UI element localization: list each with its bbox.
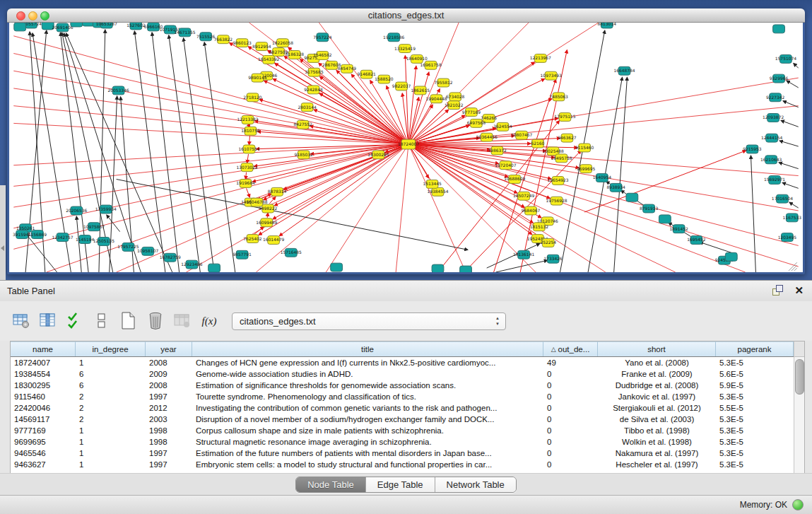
cell-short: Nakamura et al. (1997): [598, 448, 716, 459]
window-titlebar[interactable]: citations_edges.txt: [7, 8, 805, 23]
table-row[interactable]: 969969511998Structural magnetic resonanc…: [11, 436, 794, 448]
cell-title: Estimation of the future numbers of pati…: [192, 448, 543, 459]
float-panel-icon[interactable]: [772, 285, 783, 296]
graph-node[interactable]: [83, 23, 95, 26]
table-row[interactable]: 1830029562008Estimation of significance …: [11, 380, 794, 391]
graph-node-label: 7955812: [434, 80, 453, 85]
graph-node[interactable]: [432, 264, 444, 272]
memory-status-label: Memory: OK: [740, 500, 787, 510]
graph-node-label: 9822037: [392, 83, 411, 88]
graph-node[interactable]: [460, 266, 472, 272]
graph-node-label: 9215953: [743, 146, 762, 151]
graph-node-label: 10973493: [541, 73, 562, 78]
graph-node-label: 20206536: [66, 208, 87, 213]
cell-out_degree: 0: [543, 414, 598, 425]
cell-name: 9777169: [11, 425, 76, 436]
column-pair-icon[interactable]: [92, 311, 112, 331]
table-settings-icon[interactable]: [11, 311, 31, 331]
cell-name: 19384554: [11, 368, 76, 380]
table-select-value: citations_edges.txt: [233, 316, 316, 327]
table-disabled-icon: [172, 311, 192, 331]
graph-node[interactable]: [725, 252, 737, 261]
graph-node[interactable]: [773, 25, 785, 33]
cell-out_degree: 0: [543, 368, 598, 380]
graph-node-label: 14671355: [174, 30, 195, 35]
status-bar: Memory: OK: [0, 495, 812, 514]
table-row[interactable]: 946362711997Embryonic stem cells: a mode…: [11, 459, 794, 470]
column-header-year[interactable]: year: [146, 341, 192, 356]
scrollbar-thumb[interactable]: [795, 359, 804, 395]
graph-node-label: 15720407: [495, 163, 516, 168]
cell-in_degree: 1: [76, 459, 146, 470]
column-header-title[interactable]: title: [192, 341, 543, 356]
tab-edge-table[interactable]: Edge Table: [366, 477, 435, 492]
collapsed-side-panel[interactable]: [0, 185, 6, 280]
close-panel-icon[interactable]: ✕: [794, 285, 804, 296]
cell-in_degree: 2: [76, 414, 146, 425]
table-row[interactable]: 1456911722003Disruption of a novel membe…: [11, 414, 794, 425]
graph-node-label: 1695452: [687, 237, 706, 242]
graph-node-label: 9115460: [575, 145, 594, 150]
graph-node-label: 252254: [540, 240, 556, 245]
graph-node-label: 10688609: [504, 176, 525, 181]
graph-node[interactable]: [331, 263, 343, 271]
graph-node-label: 16107554: [238, 146, 259, 151]
graph-node-label: 10025488: [543, 148, 564, 153]
graph-node-label: 8791913: [640, 206, 659, 211]
table-row[interactable]: 911546021997Tourette syndrome. Phenomeno…: [11, 391, 794, 402]
graph-node[interactable]: [208, 264, 220, 272]
graph-node[interactable]: [71, 23, 83, 27]
column-header-name[interactable]: name: [11, 341, 76, 356]
column-header-in_degree[interactable]: in_degree: [76, 341, 146, 356]
graph-node-label: 1891452: [669, 226, 688, 231]
graph-node-label: 12213967: [530, 55, 551, 60]
graph-node-label: 6734028: [446, 94, 465, 99]
column-header-short[interactable]: short: [598, 341, 716, 356]
graph-node-label: 1810756: [241, 128, 260, 133]
table-row[interactable]: 946554611997Estimation of the future num…: [11, 448, 794, 459]
application-window: citations_edges.txt 76638229860123891295…: [0, 0, 812, 514]
network-canvas[interactable]: 7663822986012389129541822605898275091654…: [9, 23, 803, 272]
graph-node-label: 9777169: [462, 110, 481, 115]
graph-node-label: 7625402: [243, 236, 262, 241]
table-scrollbar[interactable]: [794, 341, 804, 473]
cell-in_degree: 1: [76, 357, 146, 368]
graph-node-label: 1546582: [313, 52, 332, 57]
cell-title: Disruption of a novel member of a sodium…: [192, 414, 543, 425]
network-desktop: citations_edges.txt 76638229860123891295…: [0, 0, 812, 280]
table-row[interactable]: 1938455462009Genome-wide association stu…: [11, 368, 794, 380]
cell-name: 9465546: [11, 448, 76, 459]
graph-node-label: 18640910: [406, 56, 428, 61]
graph-node-label: 8813014: [598, 23, 617, 26]
graph-node[interactable]: [14, 23, 26, 31]
table-row[interactable]: 977716911998Corpus callosum shape and si…: [11, 425, 794, 436]
cell-pagerank: 5.9E-5: [716, 380, 794, 391]
network-window[interactable]: citations_edges.txt 76638229860123891295…: [7, 8, 805, 274]
new-document-icon[interactable]: [119, 311, 139, 331]
trash-icon[interactable]: [146, 311, 165, 331]
table-row[interactable]: 1872400712008Changes of HCN gene express…: [11, 357, 794, 368]
table-column-icon[interactable]: [38, 311, 58, 331]
graph-node[interactable]: [659, 215, 671, 223]
cell-out_degree: 0: [543, 402, 598, 414]
cell-title: Estimation of significance thresholds fo…: [192, 380, 543, 391]
graph-node-label: 1588520: [375, 76, 394, 81]
table-toolbar: f(x) citations_edges.txt ▲▼: [0, 301, 812, 341]
tab-node-table[interactable]: Node Table: [296, 477, 366, 492]
graph-node[interactable]: [626, 193, 638, 201]
table-select-dropdown[interactable]: citations_edges.txt ▲▼: [232, 313, 506, 330]
graph-node-label: 13073022: [236, 165, 257, 170]
graph-node-label: 16543392: [258, 57, 279, 62]
cell-title: Investigating the contribution of common…: [192, 402, 543, 414]
cell-name: 18300295: [11, 380, 76, 391]
cell-in_degree: 1: [76, 448, 146, 459]
expand-panel-icon[interactable]: [1, 245, 4, 251]
column-header-out_de[interactable]: △out_de...: [543, 341, 598, 356]
column-header-pagerank[interactable]: pagerank: [716, 341, 794, 356]
cell-short: de Silva et al. (2003): [598, 414, 716, 425]
table-row[interactable]: 2242004622012Investigating the contribut…: [11, 402, 794, 414]
select-checks-icon[interactable]: [65, 311, 85, 331]
panel-title: Table Panel: [7, 286, 55, 296]
tab-network-table[interactable]: Network Table: [435, 477, 516, 492]
function-icon[interactable]: f(x): [199, 311, 219, 331]
